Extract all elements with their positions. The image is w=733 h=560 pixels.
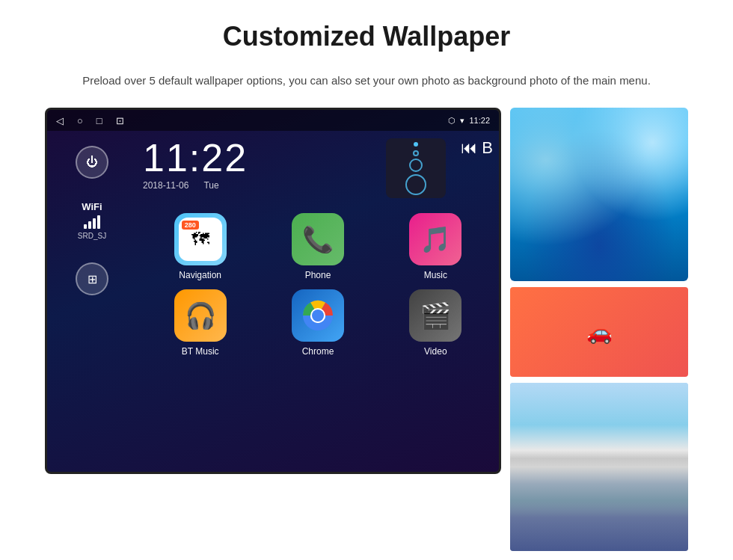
app-grid: 🗺 280 Navigation 📞 Phone	[143, 213, 493, 357]
wifi-bar-4	[97, 215, 100, 229]
bt-app-label: BT Music	[182, 346, 219, 357]
page-wrapper: Customized Wallpaper Preload over 5 defa…	[0, 0, 733, 560]
phone-app-label: Phone	[305, 270, 331, 280]
video-icon-bg: 🎬	[409, 289, 461, 342]
app-navigation[interactable]: 🗺 280 Navigation	[146, 213, 254, 280]
clock-time: 11:22	[143, 138, 371, 177]
screenshot-icon[interactable]: ⊡	[116, 115, 124, 126]
wifi-bars	[78, 215, 106, 229]
chrome-app-label: Chrome	[302, 346, 334, 357]
navigation-icon-inner: 🗺 280	[179, 218, 222, 261]
right-panel: 🚗 CarSetting	[510, 108, 688, 551]
back-icon[interactable]: ◁	[56, 115, 64, 126]
screen-main: 11:22 2018-11-06 Tue	[137, 131, 499, 474]
app-video[interactable]: 🎬 Video	[381, 289, 490, 357]
nav-icons: ◁ ○ □ ⊡	[56, 115, 124, 126]
skip-back-icon[interactable]: ⏮	[461, 138, 477, 158]
car-setting-icon: 🚗	[586, 320, 613, 345]
svg-point-3	[312, 310, 324, 321]
home-icon[interactable]: ○	[77, 115, 83, 126]
car-setting-preview: 🚗	[510, 287, 688, 377]
day-value: Tue	[203, 180, 218, 191]
radio-waves	[405, 142, 426, 195]
page-description: Preload over 5 default wallpaper options…	[82, 72, 651, 90]
power-button[interactable]: ⏻	[76, 146, 108, 179]
main-content: ◁ ○ □ ⊡ ⬡ ▾ 11:22 ⏻ WiFi	[45, 108, 688, 551]
status-right: ⬡ ▾ 11:22	[448, 116, 490, 126]
video-icon: 🎬	[420, 301, 451, 330]
music-icon-bg: 🎵	[409, 213, 461, 265]
apps-grid-button[interactable]: ⊞	[76, 262, 108, 295]
wave-dot	[414, 142, 418, 147]
wave1	[413, 150, 419, 156]
status-time: 11:22	[469, 116, 490, 125]
date-value: 2018-11-06	[143, 180, 188, 191]
signal-icon: ▾	[460, 116, 464, 126]
ice-cave-wallpaper	[510, 108, 688, 281]
wallpaper-preview-1[interactable]	[510, 108, 688, 281]
bt-icon-bg: 🎧	[174, 289, 227, 342]
bluetooth-icon: 🎧	[185, 301, 216, 330]
app-music[interactable]: 🎵 Music	[381, 213, 490, 280]
navigation-icon-bg: 🗺 280	[174, 213, 227, 265]
clock-area: 11:22 2018-11-06 Tue	[143, 138, 493, 198]
page-title: Customized Wallpaper	[223, 21, 511, 52]
music-icon: 🎵	[420, 224, 451, 254]
wifi-ssid: SRD_SJ	[78, 232, 106, 240]
nav-app-label: Navigation	[179, 270, 221, 280]
clock-date: 2018-11-06 Tue	[143, 180, 371, 191]
golden-gate-wallpaper	[510, 383, 688, 551]
wallpaper-preview-3[interactable]	[510, 383, 688, 551]
android-screen: ◁ ○ □ ⊡ ⬡ ▾ 11:22 ⏻ WiFi	[45, 108, 501, 474]
phone-icon: 📞	[302, 224, 334, 254]
recent-icon[interactable]: □	[96, 115, 102, 126]
media-controls: ⏮ B	[461, 138, 493, 158]
video-app-label: Video	[424, 346, 447, 357]
status-bar: ◁ ○ □ ⊡ ⬡ ▾ 11:22	[47, 110, 499, 131]
wallpaper-preview-2[interactable]: 🚗 CarSetting	[510, 287, 688, 377]
chrome-icon	[301, 299, 334, 332]
phone-icon-bg: 📞	[292, 213, 344, 265]
track-label: B	[482, 138, 493, 158]
screen-body: ⏻ WiFi SRD_SJ ⊞	[47, 131, 499, 474]
radio-widget[interactable]	[386, 138, 446, 198]
chrome-icon-bg	[292, 289, 344, 342]
app-bt-music[interactable]: 🎧 BT Music	[146, 289, 254, 357]
wifi-info: WiFi SRD_SJ	[78, 201, 106, 240]
wifi-bar-2	[88, 221, 91, 229]
gps-icon: ⬡	[448, 116, 456, 126]
app-chrome[interactable]: Chrome	[263, 289, 372, 357]
left-sidebar: ⏻ WiFi SRD_SJ ⊞	[47, 131, 137, 474]
wave3	[405, 174, 426, 195]
music-app-label: Music	[424, 270, 447, 280]
wifi-bar-3	[93, 218, 96, 229]
wifi-label: WiFi	[78, 201, 106, 212]
nav-badge: 280	[182, 221, 199, 230]
wave2	[409, 159, 423, 172]
app-phone[interactable]: 📞 Phone	[263, 213, 372, 280]
wifi-bar-1	[84, 224, 87, 229]
nav-map-icon: 🗺	[191, 229, 209, 250]
clock-display: 11:22 2018-11-06 Tue	[143, 138, 371, 191]
